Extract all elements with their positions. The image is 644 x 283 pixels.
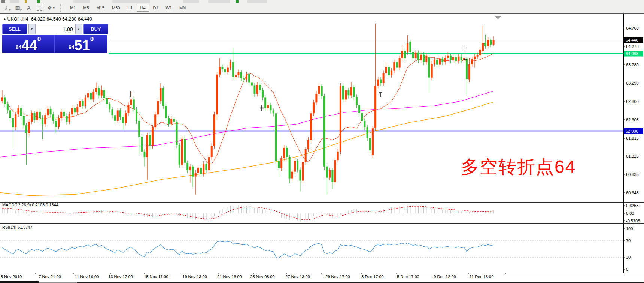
rsi-axis: 10070300: [624, 226, 633, 271]
sell-price-display[interactable]: 64 44 0: [2, 35, 55, 53]
svg-text:62.800: 62.800: [626, 99, 639, 104]
buy-price-display[interactable]: 64 51 0: [55, 35, 107, 53]
ohlc-values: 64.320 64.540 64.280 64.440: [31, 16, 92, 22]
price-axis: 64.76064.27063.78063.29062.80062.30561.8…: [624, 26, 644, 195]
svg-text:29 Nov 17:00: 29 Nov 17:00: [325, 274, 350, 279]
svg-text:64.760: 64.760: [626, 26, 639, 30]
svg-text:21 Nov 13:00: 21 Nov 13:00: [217, 274, 242, 279]
svg-text:-0.5705: -0.5705: [626, 219, 640, 223]
bottom-edge-segment: [39, 282, 77, 283]
svg-text:100: 100: [626, 226, 633, 231]
svg-text:7 Nov 21:00: 7 Nov 21:00: [39, 274, 61, 279]
svg-text:27 Nov 13:00: 27 Nov 13:00: [285, 274, 310, 279]
svg-text:62.305: 62.305: [626, 118, 639, 122]
svg-text:19 Nov 13:00: 19 Nov 13:00: [182, 274, 207, 279]
macd-axis: 0.62550.00-0.5705: [624, 203, 640, 223]
sell-button[interactable]: SELL: [2, 24, 27, 34]
svg-text:63.290: 63.290: [626, 81, 639, 85]
volume-increase-button[interactable]: ▲: [75, 24, 82, 34]
svg-text:64.270: 64.270: [626, 44, 639, 49]
volume-decrease-button[interactable]: ▼: [28, 24, 36, 34]
buy-button[interactable]: BUY: [83, 24, 108, 34]
rsi-line: [2, 241, 493, 258]
svg-text:61.325: 61.325: [626, 154, 639, 158]
macd-histogram: [2, 205, 493, 222]
bottom-edge-segment: [0, 281, 39, 283]
collapse-arrow-icon[interactable]: ▲: [3, 17, 7, 21]
svg-text:0.6255: 0.6255: [626, 203, 639, 208]
chart-annotation-text[interactable]: 多空转折点64: [461, 155, 576, 179]
one-click-trading-panel: SELL ▼ ▲ BUY 64 44 0 64 51 0: [2, 24, 108, 53]
bottom-window-edge: [0, 281, 644, 283]
macd-indicator-label: MACD(12,26,9) 0.2103 0.1844: [2, 203, 58, 207]
volume-input[interactable]: [36, 24, 75, 34]
symbol-name: UKOil-,H4: [7, 16, 28, 22]
ma-slow-orange: [0, 102, 493, 195]
svg-text:5 Nov 2019: 5 Nov 2019: [1, 274, 22, 279]
svg-text:13 Nov 17:00: 13 Nov 17:00: [108, 274, 133, 279]
svg-text:9 Dec 12:00: 9 Dec 12:00: [434, 274, 456, 279]
svg-text:15 Nov 17:00: 15 Nov 17:00: [144, 274, 168, 279]
svg-text:11 Nov 16:00: 11 Nov 16:00: [75, 274, 99, 279]
svg-text:11 Dec 13:00: 11 Dec 13:00: [470, 274, 494, 279]
svg-text:0: 0: [626, 267, 628, 271]
svg-text:63.780: 63.780: [626, 63, 639, 67]
chart-shift-triangle-icon: [495, 16, 501, 19]
svg-text:64.440: 64.440: [626, 38, 638, 42]
svg-text:60.345: 60.345: [626, 191, 639, 195]
svg-text:62.000: 62.000: [626, 129, 638, 133]
rsi-indicator-label: RSI(14) 61.5747: [2, 225, 33, 229]
svg-text:60.835: 60.835: [626, 172, 639, 177]
svg-text:5 Dec 17:00: 5 Dec 17:00: [397, 274, 419, 279]
svg-text:30: 30: [626, 255, 631, 259]
ma-mid-magenta: [0, 91, 493, 157]
time-axis: 5 Nov 20197 Nov 21:0011 Nov 16:0013 Nov …: [1, 273, 505, 279]
svg-text:61.815: 61.815: [626, 136, 639, 140]
svg-text:3 Dec 17:00: 3 Dec 17:00: [361, 274, 383, 279]
svg-text:64.088: 64.088: [626, 51, 638, 56]
svg-text:0.00: 0.00: [626, 211, 634, 216]
macd-signal-line: [2, 206, 493, 220]
mt4-window: ⫽E ▦F A T ❖▼ M1M5M15M30H1H4D1W1MN 64.760…: [0, 0, 644, 283]
svg-text:25 Nov 08:00: 25 Nov 08:00: [250, 274, 274, 279]
svg-text:70: 70: [626, 238, 631, 243]
chart-header: ▲ UKOil-,H4 64.320 64.540 64.280 64.440: [3, 16, 92, 22]
